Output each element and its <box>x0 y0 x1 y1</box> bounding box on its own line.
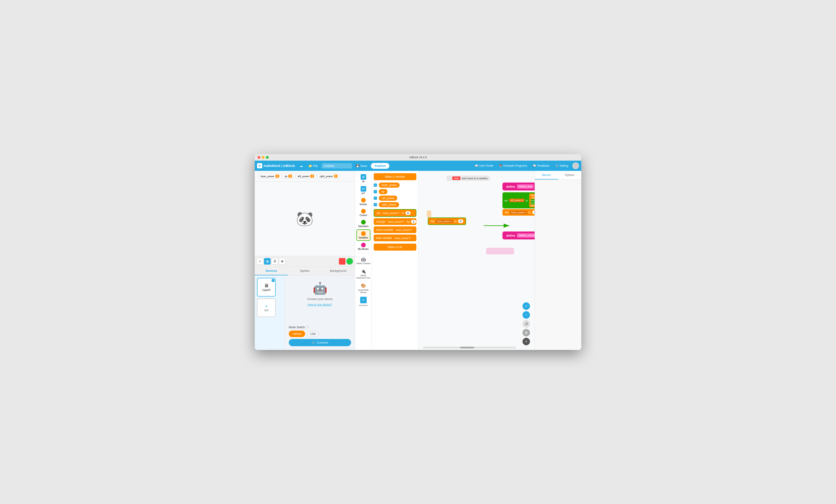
mbot2-ext-icon: 🔌 <box>361 269 366 274</box>
mode-btns: Upload Live <box>289 331 351 337</box>
make-variable-btn[interactable]: Make a Variable <box>374 173 416 180</box>
minimize-button[interactable] <box>262 156 265 159</box>
settings-canvas-btn[interactable]: ⚙ <box>522 329 530 336</box>
avatar[interactable] <box>572 162 579 169</box>
grid-view-btn[interactable]: ▦ <box>264 258 271 265</box>
set-var-dd[interactable]: base_power ▾ <box>436 219 453 223</box>
go-btn[interactable] <box>346 258 353 265</box>
canvas-controls: + − ↺ ⚙ = <box>522 302 530 345</box>
var-check-base-power[interactable]: ✓ <box>374 183 377 187</box>
make-list-btn[interactable]: Make a List <box>374 244 416 251</box>
block-sidebar: AI AI IoT IoT Events Control Operators <box>355 171 372 350</box>
zoom-out-btn[interactable]: − <box>522 311 530 319</box>
expand-view-btn[interactable]: ⤢ <box>256 258 263 265</box>
var-pill-left-power[interactable]: left_power <box>379 196 397 201</box>
show-var-dropdown[interactable]: base_power ▾ <box>395 228 413 232</box>
code-canvas[interactable]: ... stop and move to a newline define fo… <box>418 171 535 350</box>
tab-background[interactable]: Background <box>321 267 355 275</box>
show-variable-block[interactable]: show variable base_power ▾ <box>374 226 416 233</box>
var-badge-right-power: right_power 0 <box>318 174 340 178</box>
set-base-power-block[interactable]: set base_power ▾ to 0 <box>502 209 535 216</box>
define-detect-colors[interactable]: define detect_colors <box>502 232 535 241</box>
change-value[interactable]: 1 <box>411 220 416 224</box>
device-image: 🤖 <box>313 282 327 295</box>
zoom-in-btn[interactable]: + <box>522 302 530 310</box>
setting-btn[interactable]: ⚙️ Setting <box>554 163 570 168</box>
define-follow-line[interactable]: define follow_line <box>502 182 535 191</box>
var-check-left-power[interactable]: ✓ <box>374 196 377 200</box>
set-var-dropdown[interactable]: base_power ▾ <box>382 211 400 215</box>
publish-button[interactable]: Publish <box>371 163 389 169</box>
var-check-kp[interactable]: ✓ <box>374 190 377 193</box>
connect-btn[interactable]: 🔗 Connect <box>289 339 351 346</box>
left-power-dropdown[interactable]: left_power ▾ <box>509 199 525 202</box>
scrollbar-thumb[interactable] <box>460 347 474 349</box>
cat-mbot2-chassis[interactable]: 🤖 mBot2 Chassis <box>355 255 371 267</box>
set-left-power-block[interactable]: set left_power ▾ to base_power - kp * 🎨 … <box>502 192 535 208</box>
cat-variables[interactable]: Variables <box>356 229 370 241</box>
cat-operators[interactable]: Operators <box>356 218 370 229</box>
remove-device-btn[interactable]: × <box>271 279 275 282</box>
var-pill-base-power[interactable]: base_power <box>379 182 400 188</box>
upload-mode-btn[interactable]: Upload <box>289 331 305 337</box>
sprite-controls: ⤢ ▦ ☰ ⊞ <box>255 256 355 267</box>
stop-btn[interactable] <box>339 258 345 265</box>
file-menu-btn[interactable]: 📁 File <box>306 163 320 169</box>
var-pill-kp[interactable]: kp <box>379 189 387 194</box>
add-device-btn[interactable]: + Add <box>257 298 276 317</box>
how-to-link[interactable]: How to use device? <box>308 303 332 306</box>
cat-myblocks[interactable]: My Blocks <box>356 241 370 252</box>
var-check-right-power[interactable]: ✓ <box>374 203 377 206</box>
mode-switch-label: Mode Switch ⓘ <box>289 325 351 329</box>
equals-btn[interactable]: = <box>522 338 530 345</box>
var-pill-right-power[interactable]: right_power <box>379 202 399 207</box>
cat-control[interactable]: Control <box>356 208 370 218</box>
detect-colors-name: detect_colors <box>517 233 535 237</box>
maximize-button[interactable] <box>266 156 269 159</box>
tab-sprites[interactable]: Sprites <box>288 267 321 275</box>
cloud-icon-btn[interactable]: ☁ <box>298 163 305 169</box>
define-follow-line-group: define follow_line set left_power ▾ to b… <box>502 182 535 216</box>
live-mode-btn[interactable]: Live <box>307 331 319 337</box>
base-power-value[interactable]: 0 <box>532 211 535 214</box>
user-guide-btn[interactable]: 📖 User Guide <box>473 163 495 168</box>
menu-bar: M makeblock | mBlock ☁ 📁 File 💾 Save Pub… <box>255 161 581 171</box>
hide-variable-block[interactable]: hide variable base_power ▾ <box>374 234 416 241</box>
cat-quad-rgb[interactable]: 🎨 Quad RGB Sensor <box>355 282 372 295</box>
reset-view-btn[interactable]: ↺ <box>522 320 530 328</box>
save-button[interactable]: 💾 Save <box>354 163 369 169</box>
close-button[interactable] <box>258 156 260 159</box>
connect-text: Connect your device <box>307 297 332 301</box>
example-programs-btn[interactable]: 📚 Example Programs <box>497 163 529 168</box>
four-grid-view-btn[interactable]: ⊞ <box>279 258 286 265</box>
hide-var-dropdown[interactable]: base_power ▾ <box>393 236 412 240</box>
device-name: CyberPi <box>262 289 271 291</box>
examples-icon: 📚 <box>499 164 502 168</box>
list-view-btn[interactable]: ☰ <box>271 258 278 265</box>
add-label: Add <box>264 309 268 312</box>
tab-devices[interactable]: Devices <box>255 267 288 275</box>
cat-ai[interactable]: AI AI <box>356 173 370 184</box>
tab-python[interactable]: Python <box>558 171 582 179</box>
title-bar: mBlock v5.4.3 <box>255 154 581 161</box>
set-block-highlighted[interactable]: set base_power ▾ to 0 <box>428 217 466 225</box>
add-extension-btn[interactable]: + <box>360 297 367 303</box>
feedback-btn[interactable]: 💬 Feedback <box>531 163 551 168</box>
cyberpi-device[interactable]: × 🖥 CyberPi <box>257 278 276 296</box>
change-var-dropdown[interactable]: base_power ▾ <box>386 219 405 224</box>
tab-blocks[interactable]: Blocks <box>535 171 558 179</box>
myblocks-icon <box>361 243 366 247</box>
project-name-input[interactable] <box>322 163 352 169</box>
var-row-kp: ✓ kp <box>374 189 416 194</box>
set-value[interactable]: 0 <box>405 211 411 215</box>
cat-events[interactable]: Events <box>356 196 370 207</box>
base-power-dropdown[interactable]: base_power ▾ <box>510 211 527 214</box>
cat-iot[interactable]: IoT IoT <box>356 185 370 196</box>
set-val[interactable]: 0 <box>458 219 463 223</box>
canvas-scrollbar[interactable] <box>423 347 516 349</box>
cat-mbot2-ext[interactable]: 🔌 mBot2 Extension Port <box>355 267 372 281</box>
set-block[interactable]: set base_power ▾ to 0 <box>374 209 416 217</box>
set-block-canvas-copy: set base_power ▾ to 0 <box>428 217 466 225</box>
var-row-left-power: ✓ left_power <box>374 196 416 201</box>
change-block[interactable]: change base_power ▾ by 1 <box>374 218 416 225</box>
